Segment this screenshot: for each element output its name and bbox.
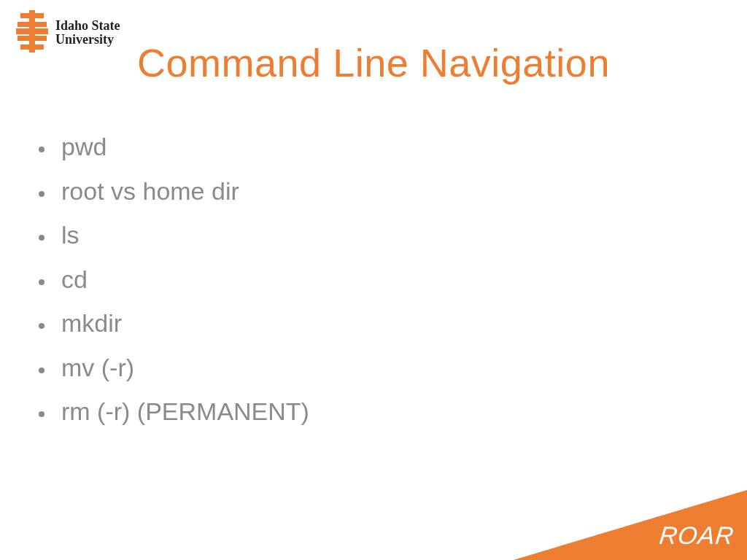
list-item: mv (-r) bbox=[55, 352, 309, 384]
list-item: mkdir bbox=[55, 308, 309, 339]
svg-rect-5 bbox=[16, 28, 48, 34]
list-item: rm (-r) (PERMANENT) bbox=[55, 396, 309, 427]
slide-title: Command Line Navigation bbox=[0, 40, 747, 85]
bullet-list: pwd root vs home dir ls cd mkdir mv (-r)… bbox=[55, 131, 309, 440]
university-name-line1: Idaho State bbox=[55, 19, 120, 33]
list-item: pwd bbox=[55, 131, 309, 163]
list-item: root vs home dir bbox=[55, 176, 309, 207]
list-item: cd bbox=[55, 264, 309, 295]
slide: Idaho State University Command Line Navi… bbox=[0, 0, 747, 560]
svg-rect-1 bbox=[20, 13, 44, 18]
svg-rect-3 bbox=[18, 22, 47, 27]
corner-accent: ROAR bbox=[514, 490, 747, 560]
roar-label: ROAR bbox=[658, 521, 735, 550]
list-item: ls bbox=[55, 219, 309, 251]
